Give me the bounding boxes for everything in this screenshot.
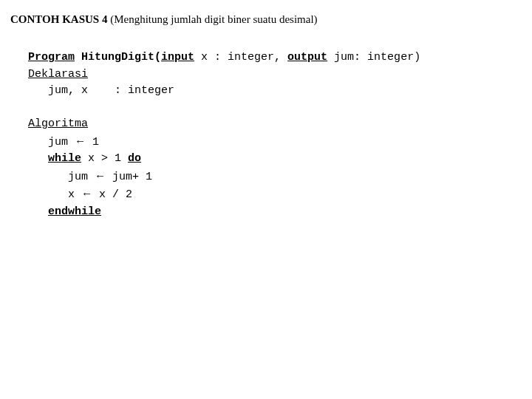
- while-cond: x > 1: [81, 152, 128, 165]
- title-line: CONTOH KASUS 4 (Menghitung jumlah digit …: [10, 13, 522, 26]
- arrow-icon: ←: [95, 169, 106, 182]
- line-jumplus-b: jum+ 1: [106, 171, 152, 183]
- kw-deklarasi: Deklarasi: [28, 68, 88, 81]
- line-xdiv-b: x / 2: [92, 188, 132, 201]
- kw-while: while: [48, 152, 81, 165]
- line-xdiv-a: x: [28, 188, 81, 201]
- pseudocode-block: Program HitungDigit(input x : integer, o…: [28, 50, 522, 220]
- kw-algoritma: Algoritma: [28, 117, 88, 130]
- prog-name: HitungDigit(: [75, 51, 161, 64]
- kw-program: Program: [28, 51, 75, 64]
- title-heading: CONTOH KASUS 4: [10, 13, 107, 25]
- kw-do: do: [128, 152, 141, 165]
- kw-endwhile: endwhile: [48, 205, 101, 218]
- title-sub: (Menghitung jumlah digit biner suatu des…: [107, 13, 317, 25]
- line-jum-1a: jum: [28, 136, 75, 149]
- sig-end: jum: integer): [327, 51, 420, 64]
- line-jum-1b: 1: [86, 136, 99, 149]
- line-jumplus-a: jum: [28, 171, 95, 183]
- page-root: CONTOH KASUS 4 (Menghitung jumlah digit …: [0, 0, 532, 233]
- arrow-icon: ←: [81, 187, 92, 200]
- kw-input: input: [161, 51, 194, 64]
- decl-vars: jum, x : integer: [28, 84, 174, 97]
- arrow-icon: ←: [75, 134, 86, 147]
- sig-mid: x : integer,: [194, 51, 287, 64]
- kw-output: output: [287, 51, 327, 64]
